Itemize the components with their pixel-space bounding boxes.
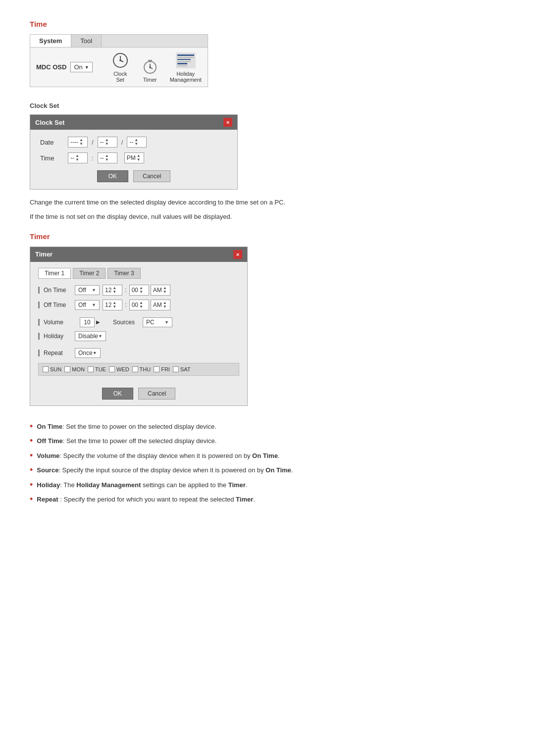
day-thu[interactable]: THU <box>132 366 151 372</box>
time-row: Time -- ▲▼ : -- ▲▼ PM ▲▼ <box>40 152 227 163</box>
sources-value: PC <box>146 319 155 326</box>
day-sun[interactable]: SUN <box>43 366 61 372</box>
clock-set-body: Date ---- ▲▼ / -- ▲▼ / -- ▲▼ Time <box>30 130 237 189</box>
timer-close-button[interactable]: × <box>233 250 242 259</box>
tab-system[interactable]: System <box>30 35 71 47</box>
repeat-arrow-icon: ▼ <box>93 351 97 355</box>
mon-checkbox[interactable] <box>64 366 70 372</box>
timer-tab-3[interactable]: Timer 3 <box>107 268 140 279</box>
holiday-value: Disable <box>78 333 98 340</box>
on-time-min-spinbox[interactable]: 00 ▲▼ <box>129 285 149 296</box>
day-mon[interactable]: MON <box>64 366 85 372</box>
off-time-ampm-arrows[interactable]: ▲▼ <box>163 301 167 309</box>
thu-checkbox[interactable] <box>132 366 138 372</box>
on-time-min-arrows[interactable]: ▲▼ <box>139 286 143 294</box>
desc-text-2: If the time is not set on the display de… <box>30 212 505 222</box>
time-hour-arrows[interactable]: ▲▼ <box>75 154 79 162</box>
tue-checkbox[interactable] <box>88 366 94 372</box>
sources-select[interactable]: PC ▼ <box>143 317 172 327</box>
date-year-arrows[interactable]: ▲▼ <box>79 138 83 146</box>
date-sep1: / <box>92 139 94 146</box>
timer-ok-button[interactable]: OK <box>102 388 133 400</box>
on-time-inputs: 12 ▲▼ : 00 ▲▼ AM ▲▼ <box>103 285 170 296</box>
clock-set-ok-button[interactable]: OK <box>97 170 128 182</box>
day-sat[interactable]: SAT <box>173 366 191 372</box>
time-min-spinbox[interactable]: -- ▲▼ <box>98 152 117 163</box>
on-time-hour-spinbox[interactable]: 12 ▲▼ <box>103 285 122 296</box>
top-panel: System Tool MDC OSD On ▼ <box>30 34 208 87</box>
off-time-select[interactable]: Off ▼ <box>75 300 100 310</box>
volume-sources-row: Volume 10 ▶ Sources PC ▼ <box>38 317 239 327</box>
day-tue[interactable]: TUE <box>88 366 106 372</box>
volume-right-arrow-icon[interactable]: ▶ <box>96 319 100 325</box>
timer-tab-2[interactable]: Timer 2 <box>73 268 106 279</box>
off-time-hour-arrows[interactable]: ▲▼ <box>112 301 116 309</box>
timer-cancel-button[interactable]: Cancel <box>138 388 175 400</box>
date-sep2: / <box>121 139 123 146</box>
timer-title: Timer <box>35 251 53 258</box>
time-min-value: -- <box>100 154 104 161</box>
time-min-arrows[interactable]: ▲▼ <box>105 154 109 162</box>
off-time-inputs: 12 ▲▼ : 00 ▲▼ AM ▲▼ <box>103 300 170 310</box>
sat-checkbox[interactable] <box>173 366 179 372</box>
off-time-value: Off <box>78 302 86 308</box>
wed-checkbox[interactable] <box>109 366 115 372</box>
bullet-dot-1: • <box>30 422 33 431</box>
off-time-label: Off Time <box>38 302 72 308</box>
date-day-arrows[interactable]: ▲▼ <box>134 138 138 146</box>
date-year-spinbox[interactable]: ---- ▲▼ <box>68 137 88 148</box>
time-hour-spinbox[interactable]: -- ▲▼ <box>68 152 88 163</box>
repeat-value: Once <box>78 350 93 356</box>
date-day-spinbox[interactable]: -- ▲▼ <box>127 137 147 148</box>
timer-section: Timer Timer × Timer 1 Timer 2 Timer 3 On… <box>30 232 505 504</box>
time-ampm-arrows[interactable]: ▲▼ <box>137 154 141 162</box>
clock-set-icon-btn[interactable]: ClockSet <box>110 51 130 83</box>
clock-set-cancel-button[interactable]: Cancel <box>133 170 170 182</box>
icon-buttons: ClockSet Timer <box>110 51 202 83</box>
bullet-list: • On Time: Set the time to power on the … <box>30 422 505 504</box>
mdc-osd-label: MDC OSD <box>36 63 66 71</box>
clock-set-close-button[interactable]: × <box>223 118 232 127</box>
on-value: On <box>74 63 82 71</box>
holiday-select[interactable]: Disable ▼ <box>75 331 106 341</box>
clock-set-title-bar: Clock Set × <box>30 115 237 130</box>
date-row: Date ---- ▲▼ / -- ▲▼ / -- ▲▼ <box>40 137 227 148</box>
date-month-value: -- <box>100 139 104 146</box>
date-month-spinbox[interactable]: -- ▲▼ <box>98 137 117 148</box>
time-hour-value: -- <box>70 154 74 161</box>
fri-checkbox[interactable] <box>154 366 160 372</box>
timer-label: Timer <box>143 77 157 83</box>
timer-icon <box>140 57 160 75</box>
holiday-label: HolidayManagement <box>170 71 202 83</box>
bullet-dot-4: • <box>30 465 33 474</box>
on-select[interactable]: On ▼ <box>70 62 92 72</box>
tab-tool[interactable]: Tool <box>71 35 102 47</box>
day-wed[interactable]: WED <box>109 366 129 372</box>
top-panel-tabs: System Tool <box>30 35 208 48</box>
on-time-value: Off <box>78 287 86 294</box>
off-time-min-arrows[interactable]: ▲▼ <box>139 301 143 309</box>
bullet-dot-6: • <box>30 495 33 504</box>
timer-tab-1[interactable]: Timer 1 <box>38 268 71 279</box>
timer-icon-btn[interactable]: Timer <box>140 57 160 83</box>
date-year-value: ---- <box>70 139 78 146</box>
repeat-select[interactable]: Once ▼ <box>75 348 101 358</box>
volume-value[interactable]: 10 <box>80 317 95 327</box>
date-month-arrows[interactable]: ▲▼ <box>105 138 109 146</box>
on-time-ampm-arrows[interactable]: ▲▼ <box>163 286 167 294</box>
on-time-label: On Time <box>38 287 72 294</box>
on-time-ampm-spinbox[interactable]: AM ▲▼ <box>151 285 170 296</box>
holiday-icon-btn[interactable]: HolidayManagement <box>170 51 202 83</box>
off-time-min-spinbox[interactable]: 00 ▲▼ <box>129 300 149 310</box>
on-time-select[interactable]: Off ▼ <box>75 285 100 295</box>
off-time-ampm-spinbox[interactable]: AM ▲▼ <box>151 300 170 310</box>
off-time-ampm: AM <box>153 302 162 308</box>
timer-tabs: Timer 1 Timer 2 Timer 3 <box>38 268 239 279</box>
repeat-indicator <box>38 350 40 356</box>
top-panel-body: MDC OSD On ▼ <box>30 48 208 87</box>
sun-checkbox[interactable] <box>43 366 49 372</box>
on-time-hour-arrows[interactable]: ▲▼ <box>112 286 116 294</box>
off-time-hour-spinbox[interactable]: 12 ▲▼ <box>103 300 122 310</box>
day-fri[interactable]: FRI <box>154 366 170 372</box>
time-ampm-spinbox[interactable]: PM ▲▼ <box>124 152 144 163</box>
